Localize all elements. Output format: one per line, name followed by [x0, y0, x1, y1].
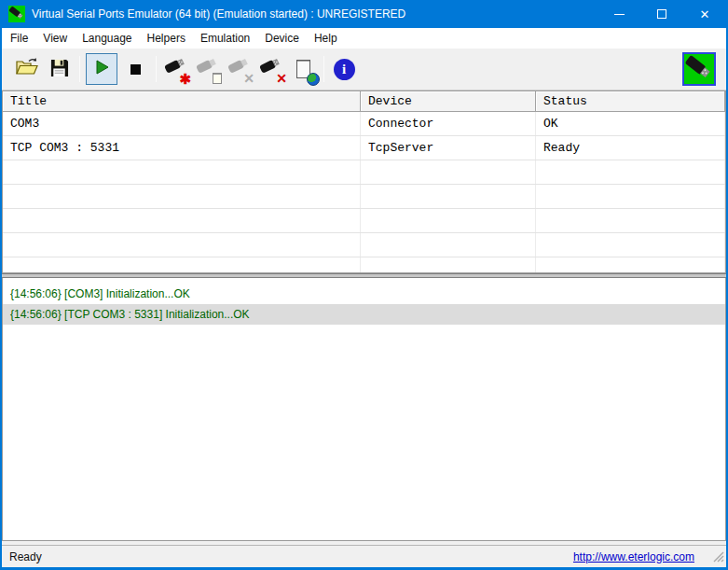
title-bar[interactable]: Virtual Serial Ports Emulator (64 bit) (…	[2, 0, 726, 28]
properties-page-icon	[213, 73, 222, 84]
menu-helpers[interactable]: Helpers	[140, 29, 193, 48]
open-folder-icon	[16, 57, 38, 81]
menu-language[interactable]: Language	[75, 29, 139, 48]
app-window: Virtual Serial Ports Emulator (64 bit) (…	[0, 0, 728, 570]
empty-table-row	[3, 257, 725, 273]
column-header-status[interactable]: Status	[536, 91, 725, 112]
cell-title: COM3	[3, 112, 361, 135]
menu-view[interactable]: View	[35, 29, 75, 48]
menu-bar: File View Language Helpers Emulation Dev…	[2, 28, 726, 49]
empty-table-row	[3, 233, 725, 257]
cell-device: TcpServer	[361, 136, 536, 160]
log-panel: {14:56:06} [COM3] Initialization...OK {1…	[2, 278, 726, 541]
eterlogic-logo-icon	[684, 54, 714, 84]
device-properties-button[interactable]	[194, 54, 222, 84]
stop-emulation-button[interactable]	[121, 54, 149, 84]
table-row[interactable]: COM3 Connector OK	[3, 112, 725, 136]
cell-status: Ready	[536, 136, 725, 160]
status-bar: Ready http://www.eterlogic.com	[2, 545, 726, 567]
close-icon: ✕	[700, 8, 710, 21]
column-header-device[interactable]: Device	[361, 91, 536, 112]
empty-table-row	[3, 209, 725, 233]
status-text: Ready	[9, 550, 42, 563]
globe-icon	[307, 73, 320, 86]
table-row[interactable]: TCP COM3 : 5331 TcpServer Ready	[3, 136, 725, 160]
save-button[interactable]	[45, 54, 73, 84]
log-entry-selected[interactable]: {14:56:06} [TCP COM3 : 5331] Initializat…	[3, 304, 725, 325]
column-header-title[interactable]: Title	[3, 91, 361, 112]
start-emulation-button[interactable]	[86, 53, 117, 85]
close-button[interactable]: ✕	[683, 0, 726, 28]
app-logo-icon	[8, 6, 25, 22]
language-editor-button[interactable]	[289, 54, 317, 84]
table-header: Title Device Status	[3, 91, 725, 112]
table-body: COM3 Connector OK TCP COM3 : 5331 TcpSer…	[3, 112, 725, 273]
toolbar: ✱ ✕	[2, 49, 726, 90]
cell-status: OK	[536, 112, 725, 135]
resize-grip-icon[interactable]	[712, 550, 724, 565]
menu-file[interactable]: File	[3, 29, 35, 48]
maximize-button[interactable]	[640, 0, 683, 28]
minimize-icon	[614, 14, 625, 15]
new-star-icon: ✱	[179, 72, 191, 86]
toolbar-separator	[323, 56, 324, 82]
empty-table-row	[3, 185, 725, 209]
window-title: Virtual Serial Ports Emulator (64 bit) (…	[32, 7, 405, 21]
menu-help[interactable]: Help	[307, 29, 345, 48]
create-new-device-button[interactable]: ✱	[162, 54, 190, 84]
log-entry[interactable]: {14:56:06} [COM3] Initialization...OK	[3, 284, 725, 304]
minimize-button[interactable]	[598, 0, 640, 28]
save-floppy-icon	[49, 58, 69, 81]
cell-device: Connector	[361, 112, 536, 135]
delete-all-devices-button[interactable]: ✕	[257, 54, 285, 84]
eterlogic-logo-button[interactable]	[682, 52, 716, 86]
toolbar-separator	[156, 56, 157, 82]
cell-title: TCP COM3 : 5331	[3, 136, 361, 160]
delete-device-button[interactable]: ✕	[226, 54, 254, 84]
toolbar-separator	[79, 56, 80, 82]
empty-table-row	[3, 160, 725, 185]
open-button[interactable]	[13, 54, 41, 84]
eterlogic-link[interactable]: http://www.eterlogic.com	[573, 550, 694, 563]
maximize-icon	[657, 9, 666, 19]
delete-x-icon: ✕	[243, 72, 254, 85]
play-icon	[93, 59, 110, 79]
about-button[interactable]: i	[330, 54, 358, 84]
device-table: Title Device Status COM3 Connector OK TC…	[2, 90, 726, 273]
menu-emulation[interactable]: Emulation	[193, 29, 257, 48]
delete-all-x-icon: ✕	[276, 72, 287, 85]
info-icon: i	[334, 59, 355, 80]
menu-device[interactable]: Device	[257, 29, 307, 48]
stop-icon	[130, 64, 141, 75]
